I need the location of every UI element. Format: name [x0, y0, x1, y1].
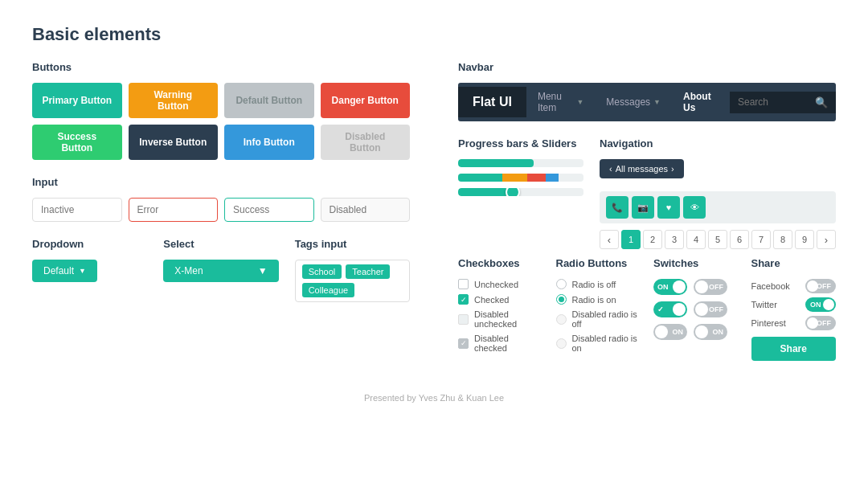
navbar-item-menu-label: Menu Item	[538, 91, 574, 113]
radio-on-label: Radio is on	[572, 295, 616, 305]
radio-disabled-off: Disabled radio is off	[556, 309, 641, 329]
cb-disabled-unchecked-box	[458, 314, 469, 325]
danger-button[interactable]: Danger Button	[321, 83, 411, 118]
disabled-input	[321, 198, 411, 222]
switch-off-3[interactable]: ON	[653, 324, 687, 340]
pagination-page-8[interactable]: 8	[773, 230, 792, 249]
checkboxes-list: Unchecked ✓ Checked Disabled unchecked ✓	[458, 279, 543, 353]
input-title: Input	[32, 176, 410, 188]
cb-checked-box[interactable]: ✓	[458, 294, 469, 305]
pagination-page-7[interactable]: 7	[751, 230, 771, 249]
tags-input-box[interactable]: School Teacher Colleague	[295, 260, 410, 302]
switch-off-4[interactable]: ON	[694, 324, 727, 340]
nav-pill-camera[interactable]: 📷	[632, 196, 654, 219]
radio-disabled-on: Disabled radio is on	[556, 334, 641, 353]
default-button[interactable]: Default Button	[224, 83, 314, 118]
navbar-messages-caret-icon: ▼	[653, 98, 661, 106]
nav-icons-bar: 📞 📷 ♥ 👁	[600, 191, 836, 223]
progress-segment-3	[527, 174, 546, 182]
navbar-item-messages[interactable]: Messages ▼	[595, 88, 672, 116]
pagination-page-4[interactable]: 4	[686, 230, 706, 249]
inverse-button[interactable]: Inverse Button	[129, 125, 219, 160]
chevron-left-icon: ‹	[609, 164, 612, 174]
progress-segment-2	[502, 174, 527, 182]
pagination-page-6[interactable]: 6	[730, 230, 749, 249]
buttons-section: Buttons Primary Button Warning Button De…	[32, 61, 410, 160]
twitter-label: Twitter	[751, 300, 792, 309]
switches-title: Switches	[653, 257, 739, 269]
nav-pill-eye[interactable]: 👁	[683, 196, 706, 219]
tags-title: Tags input	[295, 238, 410, 250]
switch-check-1[interactable]: ✓	[653, 301, 687, 317]
switch-on-1[interactable]: ON	[653, 279, 687, 295]
cb-disabled-unchecked-label: Disabled unchecked	[474, 309, 543, 329]
inactive-input[interactable]	[32, 198, 122, 222]
radio-on: Radio is on	[556, 294, 641, 305]
progress-segment-1	[458, 174, 502, 182]
radio-off-circle[interactable]	[556, 279, 567, 289]
progress-bar-3-wrap	[458, 188, 583, 196]
facebook-switch[interactable]: OFF	[805, 279, 836, 293]
switches-section: Switches ON OFF	[653, 257, 739, 361]
pinterest-switch[interactable]: OFF	[805, 316, 836, 330]
search-input[interactable]	[738, 96, 810, 108]
select-control[interactable]: X-Men ▼	[163, 260, 278, 282]
switch-off-2[interactable]: OFF	[694, 301, 727, 317]
cb-checked: ✓ Checked	[458, 294, 543, 305]
pagination-page-2[interactable]: 2	[643, 230, 662, 249]
switch-off-1[interactable]: OFF	[694, 279, 727, 295]
navbar-item-menu[interactable]: Menu Item ▼	[526, 83, 595, 121]
slider-handle[interactable]	[506, 188, 520, 196]
buttons-title: Buttons	[32, 61, 410, 73]
pagination-page-9[interactable]: 9	[795, 230, 814, 249]
progress-section: Progress bars & Sliders	[458, 137, 583, 249]
pagination-prev[interactable]: ‹	[600, 230, 619, 249]
switches-list: ON OFF ✓	[653, 279, 739, 340]
pagination-page-5[interactable]: 5	[708, 230, 727, 249]
nav-pill-phone[interactable]: 📞	[606, 196, 628, 219]
cb-unchecked-label: Unchecked	[474, 280, 518, 289]
pinterest-switch-knob	[807, 317, 818, 329]
radio-section: Radio Buttons Radio is off Radio is on	[556, 257, 641, 361]
navbar-search: 🔍	[730, 92, 836, 113]
select-section: Select X-Men ▼	[163, 238, 278, 302]
primary-button[interactable]: Primary Button	[32, 83, 122, 118]
footer: Presented by Yves Zhu & Kuan Lee	[32, 393, 836, 403]
dropdown-title: Dropdown	[32, 238, 147, 250]
switch-knob-1	[673, 280, 686, 293]
select-arrow-icon: ▼	[258, 265, 268, 276]
radio-off-label: Radio is off	[572, 280, 616, 289]
error-input[interactable]	[129, 198, 219, 222]
nav-pill-heart[interactable]: ♥	[657, 196, 680, 219]
radio-on-circle[interactable]	[556, 294, 567, 305]
navbar: Flat UI Menu Item ▼ Messages ▼ About Us	[458, 83, 836, 121]
pagination-page-3[interactable]: 3	[665, 230, 684, 249]
switch-knob-6	[695, 325, 708, 338]
progress-bar-1-wrap	[458, 159, 583, 167]
success-input[interactable]	[224, 198, 314, 222]
info-button[interactable]: Info Button	[224, 125, 314, 160]
progress-nav-row: Progress bars & Sliders	[458, 137, 836, 249]
switch-knob-2	[695, 280, 708, 293]
pagination-next[interactable]: ›	[817, 230, 836, 249]
warning-button[interactable]: Warning Button	[129, 83, 219, 118]
search-icon: 🔍	[815, 96, 828, 108]
navbar-item-messages-label: Messages	[606, 96, 650, 108]
cb-unchecked-box[interactable]	[458, 279, 469, 289]
dropdown-button[interactable]: Default ▼	[32, 260, 97, 282]
disabled-button: Disabled Button	[321, 125, 411, 160]
all-messages-button[interactable]: ‹ All messages ›	[600, 159, 684, 178]
tag-teacher: Teacher	[346, 264, 390, 279]
tags-section: Tags input School Teacher Colleague	[295, 238, 410, 302]
navbar-item-about[interactable]: About Us	[672, 83, 730, 121]
cb-unchecked: Unchecked	[458, 279, 543, 289]
progress-segment-4	[546, 174, 559, 182]
success-button[interactable]: Success Button	[32, 125, 122, 160]
share-list: Facebook OFF Twitter ON	[751, 279, 837, 330]
twitter-switch[interactable]: ON	[805, 297, 836, 312]
share-button[interactable]: Share	[751, 337, 837, 361]
select-value: X-Men	[174, 265, 203, 276]
pagination-page-1[interactable]: 1	[621, 230, 641, 249]
navbar-brand[interactable]: Flat UI	[458, 87, 526, 117]
cb-checked-label: Checked	[474, 295, 509, 305]
